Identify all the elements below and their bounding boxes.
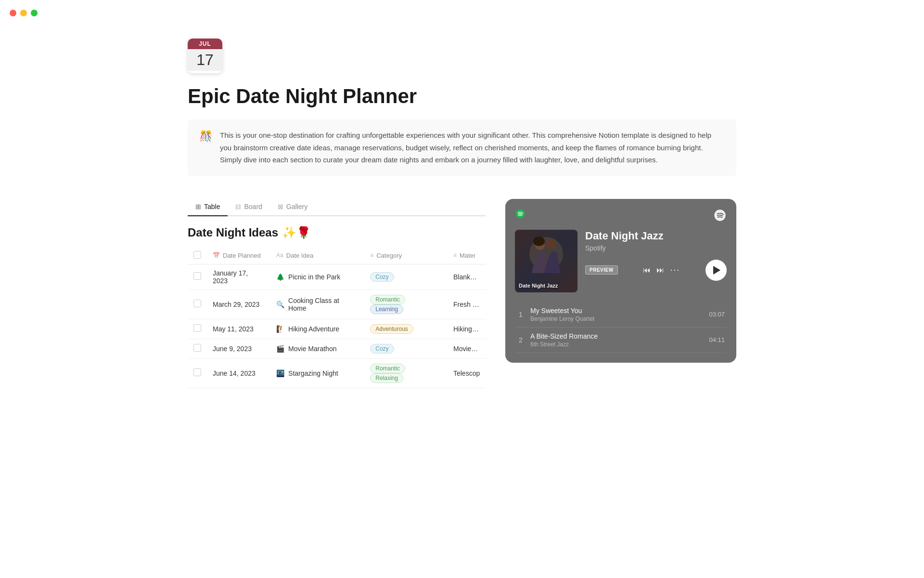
date-cell: June 14, 2023 bbox=[207, 358, 270, 388]
col-materials-label: Mater bbox=[460, 252, 475, 259]
materials-cell: Blanket, B bbox=[448, 264, 486, 289]
table-row: June 9, 2023🎬Movie MarathonCozyMovies, P bbox=[188, 339, 486, 358]
date-cell: June 9, 2023 bbox=[207, 339, 270, 358]
col-category-label: Category bbox=[376, 252, 402, 259]
idea-text: Cooking Class at Home bbox=[288, 297, 359, 312]
category-cell: Cozy bbox=[364, 339, 448, 358]
category-cell: RomanticLearning bbox=[364, 289, 448, 319]
track-name: My Sweetest You bbox=[530, 307, 703, 315]
tag-cozy: Cozy bbox=[370, 344, 394, 354]
category-cell: Adventurous bbox=[364, 319, 448, 339]
minimize-button[interactable] bbox=[20, 10, 27, 16]
track-item[interactable]: 2 A Bite-Sized Romance 6th Street Jazz 0… bbox=[515, 328, 727, 353]
idea-text: Picnic in the Park bbox=[288, 273, 340, 281]
tab-board[interactable]: ⊟ Board bbox=[228, 199, 270, 216]
idea-emoji: 🔍 bbox=[276, 301, 284, 308]
lower-section: ⊞ Table ⊟ Board ⊠ Gallery Date Night Ide… bbox=[188, 199, 736, 388]
board-icon: ⊟ bbox=[235, 203, 241, 210]
row-checkbox-2[interactable] bbox=[193, 324, 201, 332]
header-checkbox[interactable] bbox=[193, 251, 201, 259]
idea-cell: 🎬Movie Marathon bbox=[276, 345, 359, 353]
table-section: ⊞ Table ⊟ Board ⊠ Gallery Date Night Ide… bbox=[188, 199, 486, 388]
materials-col-icon: ≡ bbox=[453, 252, 457, 259]
spotify-logo-large bbox=[713, 209, 727, 222]
table-title-row: Date Night Ideas ✨🌹 bbox=[188, 226, 486, 239]
track-duration: 04:11 bbox=[709, 336, 725, 343]
spotify-controls: PREVIEW ⏮ ⏭ ··· bbox=[585, 260, 727, 281]
page-title: Epic Date Night Planner bbox=[188, 85, 736, 108]
materials-cell: Fresh Ing bbox=[448, 289, 486, 319]
database-table: 📅 Date Planned Aa Date Idea bbox=[188, 247, 486, 388]
traffic-lights bbox=[10, 10, 38, 16]
idea-cell: 🌃Stargazing Night bbox=[276, 369, 359, 377]
category-cell: RomanticRelaxing bbox=[364, 358, 448, 388]
row-checkbox-4[interactable] bbox=[193, 368, 201, 376]
tag-romantic: Romantic bbox=[370, 295, 405, 304]
idea-text: Hiking Adventure bbox=[288, 325, 339, 333]
control-buttons: ⏮ ⏭ ··· bbox=[643, 265, 680, 275]
track-info: My Sweetest You Benjamine Leroy Quartet bbox=[530, 307, 703, 322]
spotify-main: Date Night Jazz Date Night Jazz Spotify … bbox=[515, 230, 727, 292]
track-duration: 03:07 bbox=[709, 311, 725, 318]
tag-cozy: Cozy bbox=[370, 272, 394, 282]
idea-emoji: 🌃 bbox=[276, 369, 284, 377]
tag-adventurous: Adventurous bbox=[370, 324, 413, 334]
spotify-header bbox=[515, 209, 727, 222]
table-row: May 11, 2023🧗Hiking AdventureAdventurous… bbox=[188, 319, 486, 339]
col-materials: ≡ Mater bbox=[448, 247, 486, 264]
idea-text: Stargazing Night bbox=[288, 369, 338, 377]
close-button[interactable] bbox=[10, 10, 16, 16]
playlist-title: Date Night Jazz bbox=[585, 230, 727, 242]
materials-cell: Telescop bbox=[448, 358, 486, 388]
date-cell: January 17, 2023 bbox=[207, 264, 270, 289]
next-button[interactable]: ⏭ bbox=[656, 266, 664, 275]
track-num: 2 bbox=[517, 336, 525, 344]
calendar-day: 17 bbox=[188, 49, 222, 71]
table-title-suffix: ✨🌹 bbox=[282, 226, 311, 239]
more-button[interactable]: ··· bbox=[670, 265, 680, 275]
date-cell: May 11, 2023 bbox=[207, 319, 270, 339]
track-item[interactable]: 1 My Sweetest You Benjamine Leroy Quarte… bbox=[515, 302, 727, 328]
description-block: 🎊 This is your one-stop destination for … bbox=[188, 119, 736, 176]
description-emoji: 🎊 bbox=[199, 130, 212, 143]
track-list: 1 My Sweetest You Benjamine Leroy Quarte… bbox=[515, 302, 727, 353]
idea-emoji: 🧗 bbox=[276, 325, 284, 333]
col-date-idea: Aa Date Idea bbox=[270, 247, 364, 264]
table-row: March 29, 2023🔍Cooking Class at HomeRoma… bbox=[188, 289, 486, 319]
tab-board-label: Board bbox=[244, 203, 262, 210]
track-info: A Bite-Sized Romance 6th Street Jazz bbox=[530, 332, 703, 348]
col-date-label: Date Planned bbox=[223, 252, 261, 259]
description-text: This is your one-stop destination for cr… bbox=[220, 129, 725, 166]
view-tabs: ⊞ Table ⊟ Board ⊠ Gallery bbox=[188, 199, 486, 216]
row-checkbox-3[interactable] bbox=[193, 344, 201, 352]
idea-col-icon: Aa bbox=[276, 252, 283, 259]
track-artist: 6th Street Jazz bbox=[530, 341, 703, 348]
row-checkbox-1[interactable] bbox=[193, 300, 201, 307]
svg-point-5 bbox=[546, 239, 556, 250]
tab-gallery[interactable]: ⊠ Gallery bbox=[270, 199, 315, 216]
materials-cell: Movies, P bbox=[448, 339, 486, 358]
idea-cell: 🧗Hiking Adventure bbox=[276, 325, 359, 333]
fullscreen-button[interactable] bbox=[31, 10, 38, 16]
calendar-icon: JUL 17 bbox=[188, 39, 222, 73]
play-button[interactable] bbox=[706, 260, 727, 281]
prev-button[interactable]: ⏮ bbox=[643, 266, 651, 275]
gallery-icon: ⊠ bbox=[278, 203, 283, 210]
col-idea-label: Date Idea bbox=[286, 252, 313, 259]
table-title-text: Date Night Ideas bbox=[188, 226, 278, 239]
svg-point-6 bbox=[533, 236, 545, 246]
idea-cell: 🌲Picnic in the Park bbox=[276, 273, 359, 281]
tab-table[interactable]: ⊞ Table bbox=[188, 199, 228, 216]
table-row: June 14, 2023🌃Stargazing NightRomanticRe… bbox=[188, 358, 486, 388]
idea-cell: 🔍Cooking Class at Home bbox=[276, 297, 359, 312]
date-col-icon: 📅 bbox=[213, 252, 220, 259]
tag-learning: Learning bbox=[370, 304, 403, 314]
col-category: ≡ Category bbox=[364, 247, 448, 264]
idea-emoji: 🌲 bbox=[276, 273, 284, 281]
track-name: A Bite-Sized Romance bbox=[530, 332, 703, 340]
track-artist: Benjamine Leroy Quartet bbox=[530, 315, 703, 322]
row-checkbox-0[interactable] bbox=[193, 272, 201, 280]
date-cell: March 29, 2023 bbox=[207, 289, 270, 319]
spotify-widget: Date Night Jazz Date Night Jazz Spotify … bbox=[505, 199, 736, 363]
album-art-label: Date Night Jazz bbox=[519, 283, 558, 289]
